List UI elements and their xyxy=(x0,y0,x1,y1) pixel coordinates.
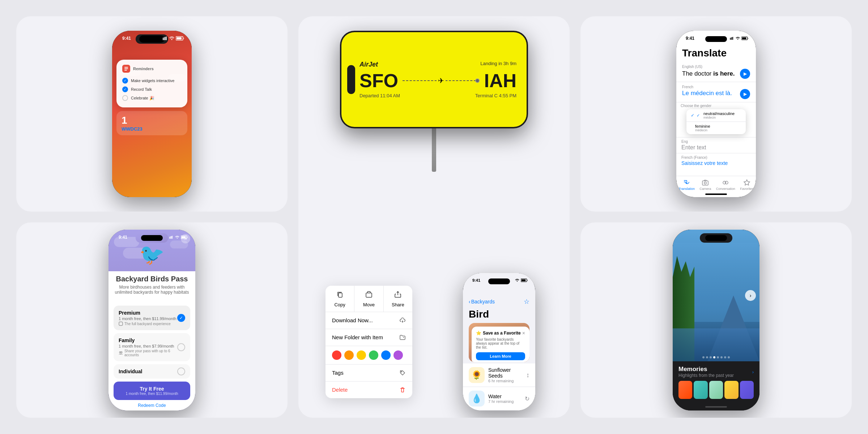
flight-iphone: AirJet Landing in 3h 9m SFO ✈ IAH xyxy=(340,31,528,128)
input-lang-label: Eng xyxy=(681,140,751,144)
context-download-item[interactable]: Download Now... xyxy=(326,312,412,329)
translate-target-section: French (France) Saisissez votre texte xyxy=(676,153,756,168)
svg-rect-30 xyxy=(171,236,172,239)
translate-source-text: The doctor is here. xyxy=(682,69,735,78)
memory-thumb-2[interactable] xyxy=(694,381,707,399)
translate-title: Translate xyxy=(676,44,756,62)
context-menu-container: Copy Move Share xyxy=(306,273,432,410)
color-green[interactable] xyxy=(369,350,378,360)
flight-plane-icon: ✈ xyxy=(437,76,446,85)
svg-rect-6 xyxy=(124,67,128,68)
gender-dropdown-container: Choose the gender ✓ neutral/masculine mé… xyxy=(676,102,756,137)
svg-rect-19 xyxy=(731,38,732,40)
dot-8 xyxy=(728,356,730,358)
birds-subtitle: More birdhouses and feeders with unlimit… xyxy=(114,285,190,295)
birds-redeem-btn[interactable]: Redeem Code xyxy=(114,401,190,409)
backyards-favorite-btn[interactable]: ☆ xyxy=(524,298,529,306)
birds-plan-individual[interactable]: Individual xyxy=(114,364,190,379)
play-target-btn[interactable]: ▶ xyxy=(740,89,750,99)
context-copy-action[interactable]: Copy xyxy=(326,286,354,312)
tooltip-title: ⭐ Save as a Favorite xyxy=(476,331,521,336)
tags-label: Tags xyxy=(332,370,344,376)
delete-label: Delete xyxy=(332,387,348,393)
reminder-item-2: Record Talk xyxy=(122,85,182,94)
birds-plan-family[interactable]: Family 1 month free, then $7.99/month Sh… xyxy=(114,333,190,361)
dot-1 xyxy=(702,356,705,358)
svg-rect-10 xyxy=(366,293,372,297)
dot-4 xyxy=(713,356,715,358)
home-indicator-translate xyxy=(705,193,727,195)
dot-6 xyxy=(720,356,723,358)
color-yellow[interactable] xyxy=(357,350,366,360)
memory-thumb-5[interactable] xyxy=(740,381,754,399)
svg-rect-20 xyxy=(732,37,732,40)
download-label: Download Now... xyxy=(332,317,373,323)
memories-subtitle: Highlights from the past year xyxy=(678,373,734,378)
birds-cta-btn[interactable]: Try It Free 1 month free, then $11.99/mo… xyxy=(114,382,190,400)
gender-dropdown[interactable]: ✓ neutral/masculine médecin feminine méd… xyxy=(686,109,746,134)
memories-see-all[interactable]: › xyxy=(752,369,754,375)
color-blue[interactable] xyxy=(381,350,391,360)
tooltip-close[interactable]: × xyxy=(522,330,525,336)
svg-rect-2 xyxy=(165,37,166,40)
reminders-widget: Reminders Make widgets interactive Recor… xyxy=(116,60,187,107)
svg-rect-23 xyxy=(742,38,746,39)
flight-pole xyxy=(432,128,436,172)
backyards-iphone: 9:41 ‹ xyxy=(463,273,535,410)
birds-hummingbird: 🐦 xyxy=(139,243,165,267)
memory-thumb-3[interactable] xyxy=(709,381,723,399)
photos-lake-image: › xyxy=(673,230,760,361)
photos-card: › xyxy=(580,222,852,418)
translate-input[interactable]: Enter text xyxy=(681,144,751,151)
play-source-btn[interactable]: ▶ xyxy=(740,69,750,79)
tab-camera[interactable]: Camera xyxy=(699,179,711,191)
tab-conversation[interactable]: Conversation xyxy=(716,179,735,191)
tooltip-learn-btn[interactable]: Learn More xyxy=(476,352,525,360)
backyards-nav: ‹ Backyards ☆ xyxy=(463,295,535,307)
svg-rect-0 xyxy=(163,38,163,40)
memory-thumb-4[interactable] xyxy=(724,381,738,399)
birds-iphone: 9:41 9:41 xyxy=(109,230,195,410)
memory-thumb-1[interactable] xyxy=(678,381,692,399)
share-label: Share xyxy=(392,302,404,307)
translate-target-input[interactable]: Saisissez votre texte xyxy=(681,160,751,166)
birds-status-icons xyxy=(169,235,188,239)
photos-next-btn[interactable]: › xyxy=(745,290,756,301)
context-move-action[interactable]: Move xyxy=(354,286,383,312)
photos-screen: › xyxy=(673,230,760,410)
color-orange[interactable] xyxy=(344,350,354,360)
bottom-row-inside-flight: Copy Move Share xyxy=(298,273,570,410)
color-purple[interactable] xyxy=(393,350,403,360)
svg-rect-33 xyxy=(182,237,186,238)
birds-iphone-screen: 9:41 9:41 xyxy=(109,230,195,410)
birds-plan-family-desc: Share your pass with up to 6 accounts xyxy=(119,349,185,357)
context-tags-item[interactable]: Tags xyxy=(326,365,412,382)
backyards-back-btn[interactable]: ‹ Backyards xyxy=(469,299,495,305)
date-number: 1 xyxy=(122,115,182,126)
context-delete-item[interactable]: Delete xyxy=(326,382,412,398)
translate-card: 9:41 Translate English (US) xyxy=(580,16,852,212)
backyards-item-water: 💧 Water 7 hr remaining ↻ xyxy=(463,387,535,410)
svg-rect-18 xyxy=(730,38,731,40)
dropdown-feminine[interactable]: feminine médecin xyxy=(686,122,746,134)
svg-point-36 xyxy=(121,352,122,353)
context-newfolder-item[interactable]: New Folder with Item xyxy=(326,329,412,346)
dropdown-neutral[interactable]: ✓ neutral/masculine médecin xyxy=(686,109,746,122)
birds-plan-premium[interactable]: Premium 1 month free, then $11.99/month … xyxy=(114,306,190,330)
memories-thumbnails xyxy=(678,381,754,399)
color-red[interactable] xyxy=(332,350,341,360)
tooltip-body: Your favorite backyards always appear at… xyxy=(476,337,525,349)
trash-icon xyxy=(399,387,406,393)
flight-route: SFO ✈ IAH xyxy=(359,71,516,90)
tab-translation[interactable]: Translation xyxy=(679,179,695,191)
flight-arrival: Terminal C 4:55 PM xyxy=(475,93,516,98)
svg-point-25 xyxy=(704,182,706,184)
translate-time: 9:41 xyxy=(684,36,694,41)
backyards-item-sunflower: 🌻 Sunflower Seeds 6 hr remaining ↕ xyxy=(463,363,535,387)
tab-favorites[interactable]: Favorites xyxy=(740,179,753,191)
context-share-action[interactable]: Share xyxy=(384,286,412,312)
reminder-check-2 xyxy=(122,86,128,92)
birds-plan-premium-desc: The full backyard experience xyxy=(119,322,185,326)
copy-label: Copy xyxy=(334,302,345,307)
date-widget: 1 WWDC23 xyxy=(116,111,187,135)
